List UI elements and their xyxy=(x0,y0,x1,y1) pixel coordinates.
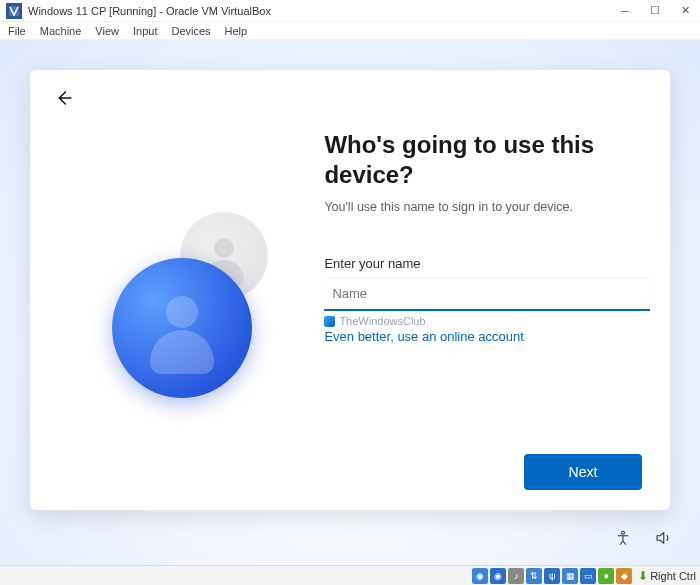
network-icon[interactable]: ⇅ xyxy=(526,568,542,584)
page-title: Who's going to use this device? xyxy=(324,130,650,190)
person-avatar-icon xyxy=(112,258,252,398)
virtualbox-app-icon xyxy=(6,3,22,19)
oobe-card: Who's going to use this device? You'll u… xyxy=(30,70,670,510)
svg-point-1 xyxy=(622,531,625,534)
cpu-icon[interactable]: ◆ xyxy=(616,568,632,584)
audio-icon[interactable]: ♪ xyxy=(508,568,524,584)
hard-disk-icon[interactable]: ◉ xyxy=(472,568,488,584)
optical-drive-icon[interactable]: ◉ xyxy=(490,568,506,584)
menu-view[interactable]: View xyxy=(95,25,119,37)
watermark-text: TheWindowsClub xyxy=(339,315,425,327)
menu-file[interactable]: File xyxy=(8,25,26,37)
menu-machine[interactable]: Machine xyxy=(40,25,82,37)
shared-folders-icon[interactable]: ▦ xyxy=(562,568,578,584)
menu-help[interactable]: Help xyxy=(225,25,248,37)
virtualbox-titlebar: Windows 11 CP [Running] - Oracle VM Virt… xyxy=(0,0,700,22)
usb-icon[interactable]: ψ xyxy=(544,568,560,584)
accessibility-icon[interactable] xyxy=(614,529,632,551)
name-input[interactable] xyxy=(324,277,650,311)
window-title: Windows 11 CP [Running] - Oracle VM Virt… xyxy=(28,5,610,17)
page-subtitle: You'll use this name to sign in to your … xyxy=(324,200,650,214)
host-key-indicator: ⬇ Right Ctrl xyxy=(638,569,696,583)
volume-icon[interactable] xyxy=(654,529,672,551)
display-icon[interactable]: ▭ xyxy=(580,568,596,584)
hero-illustration xyxy=(30,70,324,510)
use-online-account-link[interactable]: Even better, use an online account xyxy=(324,329,650,344)
minimize-button[interactable]: ─ xyxy=(610,0,640,22)
close-button[interactable]: ✕ xyxy=(670,0,700,22)
guest-viewport: Who's going to use this device? You'll u… xyxy=(0,40,700,565)
menu-input[interactable]: Input xyxy=(133,25,157,37)
maximize-button[interactable]: ☐ xyxy=(640,0,670,22)
virtualbox-statusbar: ◉ ◉ ♪ ⇅ ψ ▦ ▭ ● ◆ ⬇ Right Ctrl xyxy=(0,565,700,585)
next-button[interactable]: Next xyxy=(524,454,642,490)
watermark-icon xyxy=(324,316,335,327)
virtualbox-menubar: File Machine View Input Devices Help xyxy=(0,22,700,40)
host-key-arrow-icon: ⬇ xyxy=(638,569,648,583)
host-key-label: Right Ctrl xyxy=(650,570,696,582)
recording-icon[interactable]: ● xyxy=(598,568,614,584)
menu-devices[interactable]: Devices xyxy=(171,25,210,37)
watermark: TheWindowsClub xyxy=(324,315,650,327)
name-field-label: Enter your name xyxy=(324,256,650,271)
